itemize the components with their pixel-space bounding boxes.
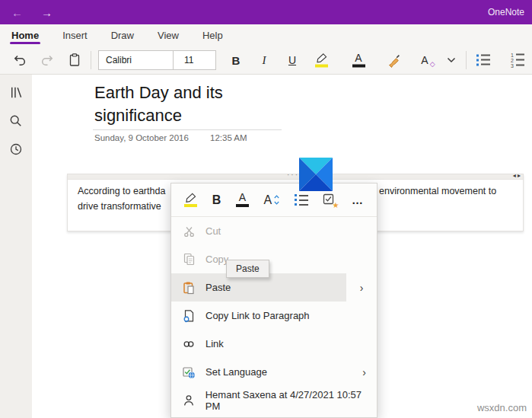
clipboard-icon	[67, 53, 82, 68]
ribbon-toolbar: Calibri 11 B I U A	[0, 46, 532, 75]
recent-notes-button[interactable]	[8, 142, 24, 157]
italic-icon: I	[263, 53, 266, 66]
tab-insert[interactable]: Insert	[61, 24, 89, 46]
menu-item-label: Link	[205, 338, 224, 349]
page-title[interactable]: Earth Day and its significance	[94, 81, 223, 127]
paste-submenu-arrow[interactable]: ›	[346, 273, 377, 302]
bullet-list-button[interactable]	[473, 54, 493, 65]
bold-icon: B	[212, 193, 221, 207]
redo-icon	[40, 53, 55, 68]
left-sidebar	[0, 75, 32, 418]
bullet-list-icon	[295, 194, 308, 206]
more-icon: …	[352, 193, 364, 206]
menu-item-copy: Copy	[171, 245, 377, 273]
menu-item-copy-link-to-paragraph[interactable]: Copy Link to Paragraph	[171, 302, 377, 330]
note-text-line2[interactable]: drive transformative	[78, 201, 161, 212]
ribbon-separator	[91, 51, 91, 69]
menu-item-paste[interactable]: Paste ›	[171, 273, 377, 302]
tag-button-mini[interactable]: ★	[323, 193, 336, 207]
resize-handle-icon[interactable]: ◂ ▸	[513, 172, 521, 179]
page-date[interactable]: Sunday, 9 October 2016	[94, 133, 189, 142]
undo-button[interactable]	[11, 53, 29, 68]
bold-icon: B	[232, 53, 241, 66]
numbered-list-button[interactable]: 1 2 3	[508, 53, 527, 67]
tab-draw[interactable]: Draw	[110, 24, 135, 46]
forward-arrow-icon[interactable]: →	[41, 7, 53, 18]
scissors-icon	[183, 225, 196, 238]
paste-button-ribbon[interactable]	[65, 53, 84, 68]
set-language-icon	[182, 365, 196, 379]
font-size-carets-icon	[274, 195, 279, 205]
person-icon	[182, 394, 196, 407]
note-text-line1-right[interactable]: environmental movement to	[379, 186, 496, 196]
menu-item-label: Set Language	[205, 366, 267, 378]
selection-cursor-icon	[299, 158, 333, 191]
menu-item-label: Copy Link to Paragraph	[205, 310, 310, 321]
underline-icon: U	[288, 54, 296, 66]
paste-icon	[182, 281, 196, 295]
font-controls: Calibri 11	[98, 50, 216, 70]
onenote-window: ← → OneNote Home Insert Draw View Help	[0, 0, 532, 418]
more-options-button[interactable]: …	[352, 193, 364, 206]
bold-button-mini[interactable]: B	[212, 193, 221, 207]
ribbon-separator	[466, 51, 467, 69]
page-time[interactable]: 12:35 AM	[210, 133, 247, 142]
highlighter-button-mini[interactable]	[184, 193, 197, 207]
more-formatting-button[interactable]	[444, 57, 459, 63]
italic-button[interactable]: I	[256, 53, 272, 66]
highlighter-icon	[315, 53, 328, 67]
menu-item-label: Hemant Saxena at 4/27/2021 10:57 PM	[205, 389, 377, 412]
font-size-button-mini[interactable]: A	[263, 195, 279, 205]
tab-help[interactable]: Help	[201, 24, 225, 46]
bullet-list-icon	[476, 54, 490, 65]
font-size-select[interactable]: 11	[173, 51, 215, 69]
menu-item-label: Cut	[205, 225, 221, 237]
underline-button[interactable]: U	[284, 54, 301, 66]
numbered-list-icon: 1 2 3	[511, 53, 524, 67]
link-icon	[182, 339, 196, 349]
font-color-button-mini[interactable]: A	[236, 193, 249, 207]
back-arrow-icon[interactable]: ←	[11, 7, 23, 18]
styles-button[interactable]: A ◇	[414, 54, 435, 66]
format-painter-icon	[387, 53, 402, 68]
redo-button[interactable]	[38, 53, 56, 68]
copy-link-paragraph-icon	[182, 309, 196, 323]
search-icon	[8, 113, 24, 129]
todo-tag-icon: ★	[323, 193, 336, 207]
highlighter-button[interactable]	[311, 53, 331, 67]
tab-view[interactable]: View	[156, 24, 180, 46]
submenu-arrow-icon: ›	[362, 366, 366, 378]
menu-item-link[interactable]: Link	[171, 330, 377, 358]
notebooks-button[interactable]	[8, 85, 24, 101]
page-title-line2: significance	[94, 104, 223, 127]
bold-button[interactable]: B	[228, 53, 244, 66]
copy-icon	[183, 253, 196, 266]
page-title-line1: Earth Day and its	[94, 81, 223, 104]
font-color-icon: A	[239, 193, 246, 203]
menu-item-cut: Cut	[171, 217, 377, 245]
font-color-button[interactable]: A	[349, 53, 368, 67]
submenu-arrow-icon: ›	[360, 282, 364, 294]
font-color-icon: A	[352, 53, 365, 67]
highlighter-icon	[185, 193, 196, 203]
clock-icon	[8, 142, 24, 157]
menu-bar: Home Insert Draw View Help	[0, 24, 532, 46]
menu-item-author-info[interactable]: Hemant Saxena at 4/27/2021 10:57 PM	[171, 386, 377, 414]
menu-item-label: Copy	[205, 254, 228, 265]
clear-formatting-icon: A ◇	[421, 54, 428, 66]
chevron-down-icon	[447, 57, 456, 63]
undo-icon	[12, 53, 27, 68]
bullet-list-button-mini[interactable]	[295, 194, 308, 206]
notebooks-icon	[8, 85, 24, 101]
search-button[interactable]	[8, 113, 24, 129]
note-text-line1-left[interactable]: According to earthda	[78, 186, 165, 196]
title-separator	[93, 129, 282, 130]
context-menu: B A A	[170, 183, 377, 418]
format-painter-button[interactable]	[384, 53, 404, 68]
menu-item-set-language[interactable]: Set Language ›	[171, 358, 377, 386]
app-title: OneNote	[488, 7, 524, 18]
title-bar: ← → OneNote	[0, 0, 532, 24]
font-name-select[interactable]: Calibri	[99, 51, 173, 69]
tab-home[interactable]: Home	[10, 24, 40, 46]
paste-tooltip: Paste	[226, 260, 269, 278]
